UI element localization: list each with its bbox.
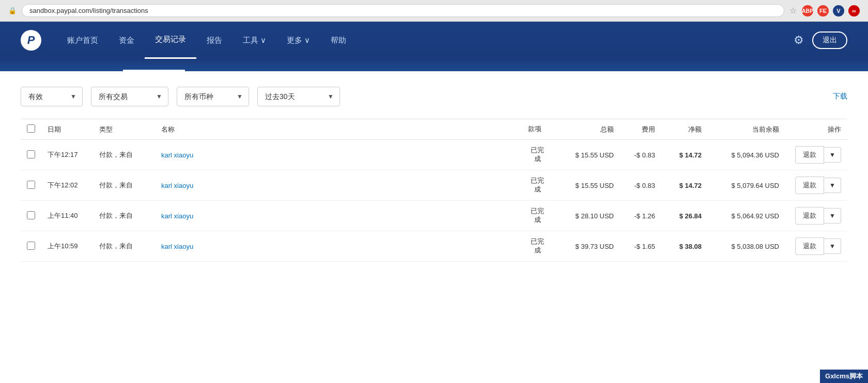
row-action-buttons: 退款 ▼	[792, 237, 841, 255]
download-link[interactable]: 下载	[833, 92, 847, 101]
row-net: $ 14.72	[661, 170, 708, 201]
row-net: $ 26.84	[661, 201, 708, 231]
row-action-cell: 退款 ▼	[785, 170, 847, 201]
header-name: 名称	[155, 119, 522, 140]
tools-chevron-icon: ∨	[260, 36, 266, 45]
ext-abp[interactable]: ABP	[802, 5, 813, 17]
paypal-logo: P	[21, 30, 41, 51]
type-filter-wrapper: 所有交易 ▼	[91, 87, 168, 106]
refund-dropdown-button[interactable]: ▼	[824, 178, 841, 193]
header-checkbox	[21, 119, 41, 140]
ext-fe[interactable]: FE	[817, 5, 829, 17]
refund-button[interactable]: 退款	[795, 177, 824, 194]
row-fee: -$ 0.83	[620, 140, 661, 170]
header-total: 总额	[553, 119, 620, 140]
row-balance: $ 5,064.92 USD	[708, 201, 785, 231]
active-nav-underline	[123, 70, 185, 71]
row-name-link[interactable]: karl xiaoyu	[161, 182, 193, 189]
row-action-cell: 退款 ▼	[785, 140, 847, 170]
row-balance: $ 5,079.64 USD	[708, 170, 785, 201]
main-content: 有效 所有 ▼ 所有交易 ▼ 所有币种 ▼ 过去30天 过去7天 过去90天 ▼	[0, 71, 868, 383]
currency-filter[interactable]: 所有币种	[177, 87, 249, 106]
ext-co[interactable]: ∞	[848, 5, 860, 17]
row-status: 已完成	[522, 231, 553, 262]
row-checkbox-0[interactable]	[27, 150, 35, 158]
browser-extensions: ABP FE V ∞	[802, 5, 860, 17]
table-row: 下午12:17 付款，来自 karl xiaoyu 已完成 $ 15.55 US…	[21, 140, 847, 170]
nav-item-home[interactable]: 账户首页	[57, 22, 109, 59]
row-checkbox-1[interactable]	[27, 181, 35, 189]
row-name-link[interactable]: karl xiaoyu	[161, 151, 193, 159]
row-type: 付款，来自	[93, 231, 155, 262]
settings-button[interactable]: ⚙	[794, 34, 804, 47]
row-name-link[interactable]: karl xiaoyu	[161, 212, 193, 220]
refund-dropdown-button[interactable]: ▼	[824, 238, 841, 254]
row-total: $ 15.55 USD	[553, 170, 620, 201]
address-bar[interactable]: sandbox.paypal.com/listing/transactions	[22, 4, 784, 17]
nav-item-help[interactable]: 帮助	[320, 22, 357, 59]
row-action-cell: 退款 ▼	[785, 201, 847, 231]
refund-button[interactable]: 退款	[795, 207, 824, 225]
refund-dropdown-button[interactable]: ▼	[824, 208, 841, 224]
nav-item-funds[interactable]: 资金	[109, 22, 145, 59]
row-date: 上午11:40	[41, 201, 93, 231]
row-action-cell: 退款 ▼	[785, 231, 847, 262]
period-filter-wrapper: 过去30天 过去7天 过去90天 ▼	[257, 87, 340, 106]
logout-button[interactable]: 退出	[812, 31, 847, 49]
refund-button[interactable]: 退款	[795, 237, 824, 255]
row-date: 上午10:59	[41, 231, 93, 262]
nav-item-more[interactable]: 更多 ∨	[276, 22, 320, 59]
header-status: 款项	[522, 119, 553, 140]
row-action-buttons: 退款 ▼	[792, 207, 841, 225]
row-type: 付款，来自	[93, 201, 155, 231]
row-total: $ 15.55 USD	[553, 140, 620, 170]
row-checkbox-2[interactable]	[27, 211, 35, 219]
nav-item-tools[interactable]: 工具 ∨	[233, 22, 276, 59]
header-net: 净额	[661, 119, 708, 140]
row-checkbox-cell	[21, 201, 41, 231]
row-status: 已完成	[522, 201, 553, 231]
gxlcms-badge: Gxlcms脚本	[820, 370, 868, 383]
row-net: $ 38.08	[661, 231, 708, 262]
refund-button[interactable]: 退款	[795, 146, 824, 164]
row-type: 付款，来自	[93, 170, 155, 201]
refund-dropdown-button[interactable]: ▼	[824, 147, 841, 163]
main-nav: P 账户首页 资金 交易记录 报告 工具 ∨ 更多 ∨ 帮助 ⚙ 退出	[0, 22, 868, 59]
nav-right: ⚙ 退出	[794, 31, 847, 49]
row-checkbox-cell	[21, 170, 41, 201]
period-filter[interactable]: 过去30天 过去7天 过去90天	[257, 87, 340, 106]
ext-v[interactable]: V	[833, 5, 844, 17]
row-total: $ 28.10 USD	[553, 201, 620, 231]
type-filter[interactable]: 所有交易	[91, 87, 168, 106]
row-date: 下午12:02	[41, 170, 93, 201]
row-name: karl xiaoyu	[155, 231, 522, 262]
table-row: 下午12:02 付款，来自 karl xiaoyu 已完成 $ 15.55 US…	[21, 170, 847, 201]
row-action-buttons: 退款 ▼	[792, 177, 841, 194]
table-row: 上午11:40 付款，来自 karl xiaoyu 已完成 $ 28.10 US…	[21, 201, 847, 231]
row-date: 下午12:17	[41, 140, 93, 170]
select-all-checkbox[interactable]	[27, 124, 35, 133]
row-action-buttons: 退款 ▼	[792, 146, 841, 164]
row-fee: -$ 1.26	[620, 201, 661, 231]
nav-item-transactions[interactable]: 交易记录	[145, 22, 196, 59]
row-name: karl xiaoyu	[155, 170, 522, 201]
status-filter-wrapper: 有效 所有 ▼	[21, 87, 83, 106]
row-name-link[interactable]: karl xiaoyu	[161, 243, 193, 250]
nav-item-reports[interactable]: 报告	[196, 22, 233, 59]
browser-bar: 🔒 sandbox.paypal.com/listing/transaction…	[0, 0, 868, 22]
row-net: $ 14.72	[661, 140, 708, 170]
row-name: karl xiaoyu	[155, 140, 522, 170]
bookmark-icon[interactable]: ☆	[789, 6, 797, 15]
row-checkbox-3[interactable]	[27, 242, 35, 250]
currency-filter-wrapper: 所有币种 ▼	[177, 87, 249, 106]
table-row: 上午10:59 付款，来自 karl xiaoyu 已完成 $ 39.73 US…	[21, 231, 847, 262]
row-type: 付款，来自	[93, 140, 155, 170]
row-fee: -$ 0.83	[620, 170, 661, 201]
row-checkbox-cell	[21, 231, 41, 262]
lock-icon: 🔒	[8, 7, 17, 14]
status-filter[interactable]: 有效 所有	[21, 87, 83, 106]
row-total: $ 39.73 USD	[553, 231, 620, 262]
transactions-table: 日期 类型 名称 款项 总额 费用 净额 当前余额 操作 下午12:17 付款，…	[21, 119, 847, 262]
header-action: 操作	[785, 119, 847, 140]
row-status: 已完成	[522, 140, 553, 170]
